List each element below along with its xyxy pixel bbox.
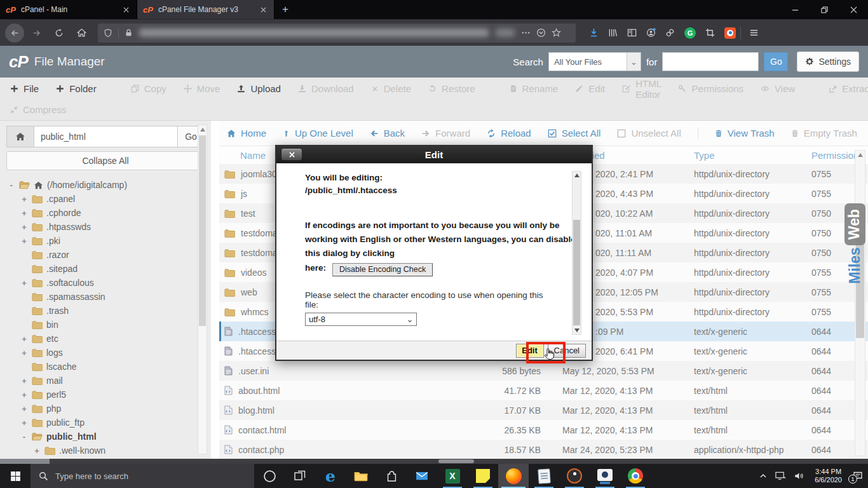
horizontal-scrollbar-thumb[interactable] — [438, 459, 474, 463]
dialog-scrollbar[interactable] — [572, 171, 581, 335]
home-icon[interactable] — [72, 24, 91, 43]
tree-item-razor[interactable]: .razor — [0, 248, 211, 262]
disable-encoding-check-button[interactable]: Disable Encoding Check — [332, 263, 433, 276]
taskbar-cortana-icon[interactable] — [254, 464, 285, 488]
toolbar-compress-button[interactable]: Compress — [10, 104, 66, 115]
crop-icon[interactable] — [705, 28, 715, 37]
tray-chevron-icon[interactable] — [759, 472, 767, 480]
tree-item-public-ftp[interactable]: + public_ftp — [0, 416, 211, 430]
taskbar-clock[interactable]: 3:44 PM 6/6/2020 — [812, 468, 844, 484]
sidebar-toggle-icon[interactable] — [627, 28, 637, 37]
window-minimize-button[interactable] — [780, 0, 810, 19]
tree-item-mail[interactable]: + mail — [0, 374, 211, 388]
reload-icon[interactable] — [50, 24, 69, 43]
lock-icon[interactable] — [125, 29, 133, 37]
nav-reload-button[interactable]: Reload — [487, 128, 531, 139]
back-icon[interactable] — [5, 24, 24, 43]
search-go-button[interactable]: Go — [764, 52, 788, 71]
screenshot-tool-icon[interactable] — [724, 27, 736, 39]
toolbar-edit-button[interactable]: Edit — [575, 83, 605, 94]
expand-icon[interactable]: + — [20, 194, 28, 204]
toolbar-permissions-button[interactable]: Permissions — [678, 83, 743, 94]
collapse-icon[interactable]: - — [8, 180, 15, 190]
sidebar-scrollbar[interactable] — [198, 125, 207, 454]
taskbar-notepad-icon[interactable] — [529, 464, 559, 488]
tab-close-icon[interactable] — [121, 7, 131, 13]
tree-item-bin[interactable]: bin — [0, 318, 211, 332]
tree-item-well-known[interactable]: + .well-known — [0, 444, 211, 458]
toolbar-delete-button[interactable]: Delete — [371, 83, 411, 94]
nav-unselect-all-button[interactable]: Unselect All — [617, 128, 681, 139]
column-header-type[interactable]: Type — [690, 150, 808, 161]
taskbar-taskview-icon[interactable] — [285, 464, 315, 488]
path-input[interactable] — [34, 126, 178, 147]
toolbar-restore-button[interactable]: Restore — [428, 83, 475, 94]
home-path-button[interactable] — [6, 126, 34, 147]
tree-item-trash[interactable]: .trash — [0, 304, 211, 318]
expand-icon[interactable]: + — [20, 278, 28, 288]
nav-view-trash-button[interactable]: View Trash — [715, 128, 775, 139]
settings-button[interactable]: Settings — [797, 51, 859, 72]
toolbar-move-button[interactable]: Move — [184, 83, 220, 94]
window-restore-button[interactable] — [810, 0, 839, 19]
tree-item-php[interactable]: + php — [0, 402, 211, 416]
shield-icon[interactable] — [104, 29, 112, 37]
expand-icon[interactable]: + — [20, 334, 28, 344]
account-icon[interactable] — [646, 28, 656, 37]
window-close-button[interactable] — [839, 0, 868, 19]
start-button[interactable] — [0, 464, 31, 488]
taskbar-mail-icon[interactable] — [407, 464, 437, 488]
download-ext-icon[interactable] — [589, 28, 599, 37]
tray-volume-icon[interactable] — [794, 471, 804, 480]
nav-up-one-level-button[interactable]: Up One Level — [283, 128, 353, 139]
collapse-all-button[interactable]: Collapse All — [6, 151, 205, 170]
nav-forward-button[interactable]: Forward — [421, 128, 470, 139]
taskbar-chrome-icon[interactable] — [620, 464, 651, 488]
taskbar-firefox-icon[interactable] — [498, 464, 529, 488]
table-row-about-html[interactable]: about.html 41.72 KB Mar 12, 2020, 4:13 P… — [219, 381, 868, 400]
expand-icon[interactable]: + — [20, 208, 28, 218]
toolbar-extract-button[interactable]: Extract — [829, 83, 868, 94]
encoding-select[interactable]: utf-8 ⌄ — [305, 313, 417, 326]
taskbar-explorer-icon[interactable] — [346, 464, 376, 488]
table-row-contact-html[interactable]: contact.html 26.35 KB Mar 12, 2020, 4:13… — [219, 420, 868, 440]
browser-tab-cpanel-file-manager-v3[interactable]: cP cPanel File Manager v3 — [137, 0, 275, 19]
toolbar-copy-button[interactable]: Copy — [131, 83, 166, 94]
grammarly-icon[interactable]: G — [684, 27, 696, 39]
expand-icon[interactable]: + — [20, 236, 28, 246]
tree-item-public-html[interactable]: - public_html — [0, 430, 211, 444]
table-scrollbar[interactable] — [855, 150, 865, 456]
tree-item-cphorde[interactable]: + .cphorde — [0, 206, 211, 220]
tree-item-softaculous[interactable]: + .softaculous — [0, 276, 211, 290]
nav-back-button[interactable]: Back — [370, 128, 405, 139]
action-center-button[interactable]: 1 — [853, 471, 863, 481]
tree-item-cpanel[interactable]: + .cpanel — [0, 192, 211, 206]
tab-close-icon[interactable] — [258, 7, 268, 13]
expand-icon[interactable]: + — [20, 418, 28, 428]
taskbar-edge-icon[interactable]: e — [315, 464, 346, 488]
toolbar-html-editor-button[interactable]: HTML Editor — [622, 78, 661, 100]
tree-item-spamassassin[interactable]: .spamassassin — [0, 290, 211, 304]
nav-home-button[interactable]: Home — [227, 128, 266, 139]
taskbar-excel-icon[interactable]: X — [437, 464, 468, 488]
tree-item-logs[interactable]: + logs — [0, 346, 211, 360]
taskbar-search[interactable]: Type here to search — [31, 464, 254, 488]
expand-icon[interactable]: + — [20, 222, 28, 232]
search-scope-select[interactable]: All Your Files ⌄ — [548, 52, 641, 71]
taskbar-camera-icon[interactable] — [590, 464, 620, 488]
toolbar-download-button[interactable]: Download — [298, 83, 354, 94]
sidebar-scrollbar-thumb[interactable] — [199, 135, 206, 326]
tree-item-etc[interactable]: + etc — [0, 332, 211, 346]
taskbar-sticky-notes-icon[interactable] — [468, 464, 498, 488]
expand-icon[interactable]: + — [33, 446, 41, 456]
tree-item-sitepad[interactable]: .sitepad — [0, 262, 211, 276]
expand-icon[interactable]: + — [20, 348, 28, 358]
dialog-scrollbar-thumb[interactable] — [573, 220, 580, 325]
browser-tab-cpanel-main[interactable]: cP cPanel - Main — [0, 0, 137, 19]
new-tab-button[interactable]: + — [275, 0, 296, 19]
forward-icon[interactable] — [27, 24, 46, 43]
nav-select-all-button[interactable]: Select All — [548, 128, 601, 139]
tree-item-pki[interactable]: + .pki — [0, 234, 211, 248]
url-bar[interactable] — [98, 24, 576, 43]
menu-hamburger-icon[interactable] — [744, 24, 763, 43]
